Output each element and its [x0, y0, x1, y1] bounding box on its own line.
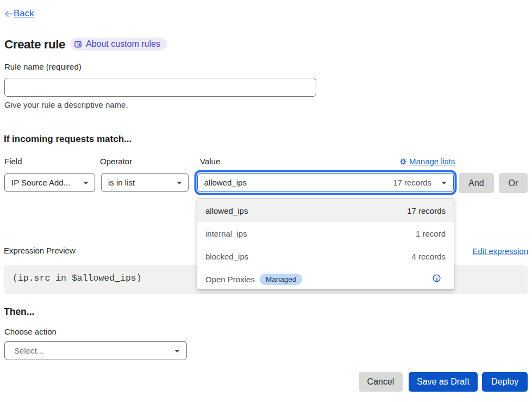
svg-text:i: i: [436, 276, 438, 282]
